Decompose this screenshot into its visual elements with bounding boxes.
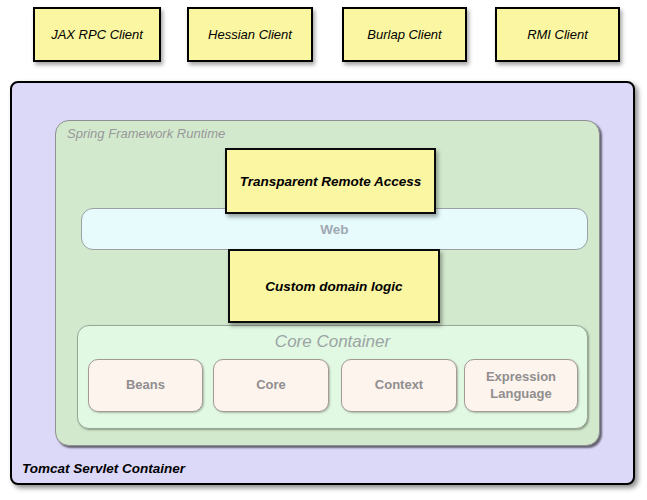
client-box-rmi: RMI Client [495,7,620,62]
web-layer: Web [81,208,588,250]
tomcat-servlet-container: Spring Framework Runtime Web Transparent… [10,81,635,485]
module-label: Expression Language [475,369,567,402]
module-core: Core [213,359,329,412]
client-box-label: Burlap Client [367,27,441,42]
architecture-diagram: JAX RPC Client Hessian Client Burlap Cli… [0,0,647,500]
spring-framework-runtime: Spring Framework Runtime Web Transparent… [55,120,600,446]
client-box-label: RMI Client [527,27,588,42]
client-box-hessian: Hessian Client [187,7,313,62]
client-box-jax-rpc: JAX RPC Client [33,7,161,62]
client-box-label: Hessian Client [208,27,292,42]
transparent-remote-access-box: Transparent Remote Access [225,148,436,214]
transparent-remote-access-label: Transparent Remote Access [240,174,422,189]
module-expression-language: Expression Language [464,359,578,412]
custom-domain-logic-label: Custom domain logic [265,279,402,294]
custom-domain-logic-box: Custom domain logic [228,249,440,323]
core-container: Core Container Beans Core Context Expres… [77,325,588,429]
module-label: Core [256,377,286,393]
tomcat-container-label: Tomcat Servlet Container [22,461,185,476]
core-container-title: Core Container [78,332,587,352]
module-beans: Beans [88,359,203,412]
module-context: Context [341,359,457,412]
client-box-label: JAX RPC Client [51,27,143,42]
spring-runtime-label: Spring Framework Runtime [67,126,225,141]
client-box-burlap: Burlap Client [342,7,467,62]
module-label: Context [375,377,423,393]
web-layer-label: Web [320,222,348,237]
module-label: Beans [126,377,165,393]
